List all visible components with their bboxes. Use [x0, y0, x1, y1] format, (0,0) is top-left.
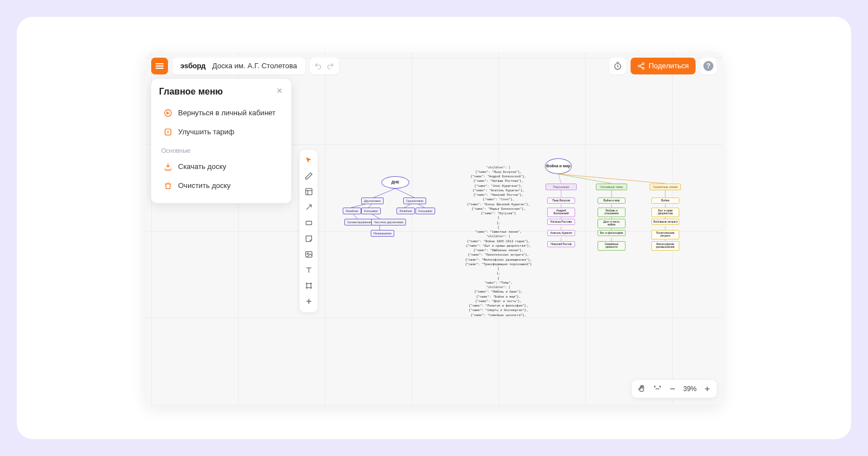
fit-button[interactable]	[653, 384, 662, 393]
tool-sticky[interactable]	[302, 232, 315, 246]
close-icon	[276, 87, 283, 95]
brand-block: эsборд Доска им. А.Г. Столетова	[172, 58, 305, 74]
sticky-note-icon	[305, 234, 313, 243]
tool-shape[interactable]	[302, 217, 315, 230]
undo-button[interactable]	[314, 62, 322, 70]
arrow-left-circle-icon	[164, 109, 172, 117]
pencil-icon	[305, 172, 313, 180]
tool-pen[interactable]	[302, 170, 315, 183]
minus-icon	[669, 385, 676, 393]
main-menu-panel: Главное меню Вернуться в личный кабинет …	[151, 79, 291, 203]
svg-point-30	[642, 67, 645, 69]
pan-button[interactable]	[637, 384, 646, 393]
toolbar	[300, 150, 318, 312]
close-menu-button[interactable]	[276, 87, 283, 96]
redo-icon	[326, 62, 334, 70]
layout-icon	[305, 187, 313, 196]
text-icon	[305, 266, 313, 274]
zoom-out-button[interactable]	[669, 385, 676, 393]
help-icon: ?	[703, 61, 713, 71]
download-icon	[164, 162, 172, 171]
outer-frame: ДНК Двухнитевая Однонитевая Линейная Кол…	[17, 17, 851, 439]
tool-arrow[interactable]	[302, 201, 315, 214]
share-button[interactable]: Поделиться	[631, 58, 696, 74]
trash-icon	[164, 181, 172, 190]
tool-select[interactable]	[302, 154, 315, 167]
svg-line-40	[306, 205, 311, 210]
undo-icon	[314, 62, 322, 70]
app-window: ДНК Двухнитевая Однонитевая Линейная Кол…	[146, 52, 722, 405]
menu-item-download[interactable]: Скачать доску	[159, 157, 283, 176]
plus-icon	[703, 385, 711, 393]
rectangle-icon	[305, 219, 313, 227]
hand-icon	[637, 384, 646, 393]
svg-line-32	[640, 66, 642, 67]
fit-icon	[653, 384, 662, 393]
tool-text[interactable]	[302, 264, 315, 277]
tool-more[interactable]	[302, 295, 315, 308]
zoom-in-button[interactable]	[703, 385, 711, 393]
redo-button[interactable]	[326, 62, 334, 70]
svg-line-31	[640, 64, 642, 65]
cursor-icon	[305, 156, 313, 164]
svg-point-28	[642, 63, 645, 65]
hamburger-icon	[156, 65, 164, 67]
frame-icon	[305, 281, 313, 290]
menu-item-clear[interactable]: Очистить доску	[159, 176, 283, 195]
menu-item-label: Улучшить тариф	[178, 128, 235, 136]
timer-icon	[613, 62, 622, 70]
svg-point-29	[638, 65, 641, 67]
svg-rect-37	[305, 189, 311, 195]
svg-rect-41	[306, 221, 311, 224]
menu-item-back[interactable]: Вернуться в личный кабинет	[159, 104, 283, 123]
zoom-bar: 39%	[632, 380, 717, 398]
zoom-value[interactable]: 39%	[683, 385, 697, 393]
brand-logo: эsборд	[180, 62, 206, 70]
tool-image[interactable]	[302, 248, 315, 261]
share-icon	[637, 62, 645, 70]
svg-point-43	[307, 253, 309, 255]
board-name[interactable]: Доска им. А.Г. Столетова	[212, 62, 297, 70]
menu-section-label: Основные	[161, 147, 283, 154]
menu-item-label: Скачать доску	[178, 162, 226, 171]
topbar: эsборд Доска им. А.Г. Столетова Поделить…	[151, 58, 717, 74]
arrow-icon	[305, 203, 313, 211]
tool-frame[interactable]	[302, 279, 315, 293]
menu-item-upgrade[interactable]: Улучшить тариф	[159, 123, 283, 142]
menu-button[interactable]	[151, 58, 168, 74]
timer-button[interactable]	[609, 58, 626, 74]
image-icon	[305, 250, 313, 258]
undo-redo-group	[310, 58, 339, 74]
menu-item-label: Очистить доску	[178, 181, 231, 190]
menu-item-label: Вернуться в личный кабинет	[178, 109, 276, 117]
help-button[interactable]: ?	[700, 58, 717, 74]
menu-title: Главное меню	[159, 87, 223, 97]
share-label: Поделиться	[648, 62, 689, 70]
plus-icon	[305, 297, 313, 305]
tool-template[interactable]	[302, 185, 315, 199]
lightning-icon	[164, 128, 172, 137]
